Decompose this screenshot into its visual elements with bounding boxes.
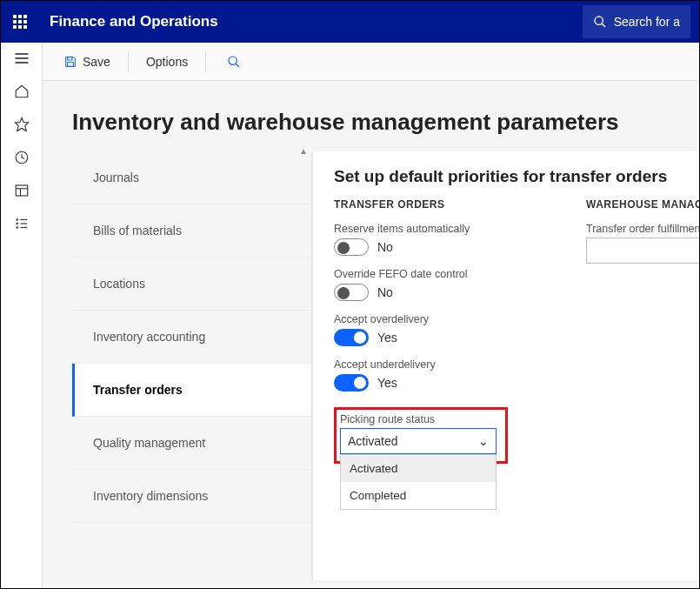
app-launcher-icon[interactable] (10, 11, 34, 32)
page-title: Inventory and warehouse management param… (43, 81, 699, 151)
svg-point-18 (229, 57, 237, 64)
save-button[interactable]: Save (55, 51, 119, 72)
search-icon (227, 55, 241, 69)
toggle-row: No (334, 238, 543, 256)
svg-marker-5 (15, 118, 28, 131)
nav-rail (1, 43, 43, 588)
scroll-up-icon[interactable]: ▲ (299, 146, 308, 156)
nav-item[interactable]: Transfer orders (72, 364, 311, 417)
svg-rect-17 (68, 62, 74, 66)
nav-item[interactable]: Bills of materials (72, 204, 311, 258)
highlight-box: Picking route status Activated ⌄ Activat… (334, 407, 508, 464)
hamburger-icon[interactable] (13, 50, 30, 67)
dropdown-option[interactable]: Completed (341, 482, 496, 509)
svg-point-12 (17, 227, 18, 229)
nav-item[interactable]: Inventory accounting (72, 311, 311, 364)
separator (205, 51, 206, 72)
recent-icon[interactable] (13, 149, 30, 166)
command-bar: Save Options (43, 43, 699, 81)
wh-field-label: Transfer order fulfillment po (586, 223, 699, 235)
options-button[interactable]: Options (137, 51, 197, 72)
dropdown-value: Activated (348, 434, 398, 448)
find-button[interactable] (215, 51, 250, 72)
search-icon (593, 15, 607, 29)
toggle-value: No (377, 240, 393, 254)
fulfillment-policy-input[interactable] (586, 238, 699, 264)
field-label: Accept underdelivery (334, 358, 543, 371)
svg-point-0 (595, 17, 603, 24)
separator (128, 51, 129, 72)
toggle-row: Yes (334, 329, 543, 346)
nav-item[interactable]: Locations (72, 258, 311, 311)
favorites-icon[interactable] (13, 116, 30, 133)
nav-item[interactable]: Inventory dimensions (72, 470, 311, 523)
top-bar: Finance and Operations Search for a (1, 1, 699, 43)
picking-route-status-dropdown[interactable]: Activated ⌄ (340, 428, 497, 454)
field-label: Reserve items automatically (334, 223, 543, 235)
toggle-switch[interactable] (334, 329, 369, 346)
svg-line-19 (236, 64, 239, 67)
global-search[interactable]: Search for a (583, 5, 690, 38)
toggle-row: Yes (334, 374, 543, 392)
svg-point-10 (17, 219, 18, 221)
modules-icon[interactable] (13, 215, 30, 232)
dropdown-option[interactable]: Activated (341, 455, 496, 482)
toggle-switch[interactable] (334, 238, 369, 256)
app-title: Finance and Operations (50, 13, 218, 30)
svg-rect-7 (16, 185, 28, 196)
field-label: Accept overdelivery (334, 313, 543, 325)
svg-rect-16 (68, 57, 72, 59)
dropdown-label: Picking route status (340, 413, 498, 425)
chevron-down-icon: ⌄ (478, 434, 489, 448)
svg-line-1 (602, 23, 605, 27)
toggle-switch[interactable] (334, 284, 369, 301)
section-header-transfer-orders: TRANSFER ORDERS (334, 198, 543, 211)
home-icon[interactable] (13, 83, 30, 100)
toggle-value: Yes (377, 331, 397, 345)
search-placeholder: Search for a (614, 15, 680, 29)
save-icon (63, 55, 77, 69)
toggle-value: No (377, 285, 393, 299)
workspaces-icon[interactable] (13, 182, 30, 199)
nav-item[interactable]: Journals (72, 151, 311, 204)
section-header-warehouse: WAREHOUSE MANAGEME (586, 198, 699, 211)
toggle-switch[interactable] (334, 374, 369, 392)
panel-heading: Set up default priorities for transfer o… (334, 167, 678, 186)
nav-item[interactable]: Quality management (72, 417, 311, 470)
toggle-row: No (334, 284, 543, 301)
field-label: Override FEFO date control (334, 268, 543, 280)
toggle-value: Yes (377, 376, 397, 390)
detail-panel: Set up default priorities for transfer o… (312, 151, 699, 580)
dropdown-list: ActivatedCompleted (340, 454, 497, 510)
section-nav: ▲ JournalsBills of materialsLocationsInv… (72, 151, 312, 580)
svg-point-11 (17, 223, 18, 224)
